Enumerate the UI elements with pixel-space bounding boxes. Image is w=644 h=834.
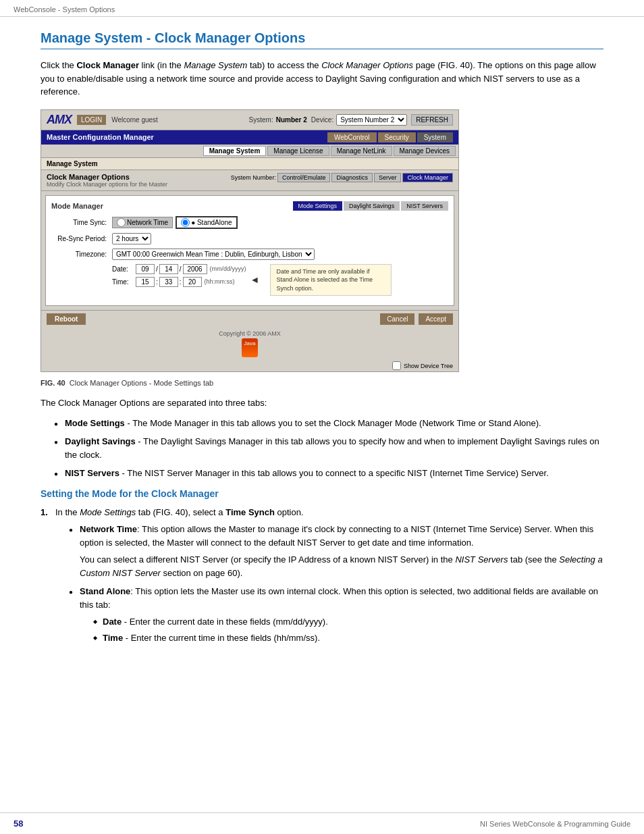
page-title: Manage System - Clock Manager Options — [41, 30, 603, 49]
time-sync-label: Time Sync: — [51, 219, 112, 226]
reboot-button[interactable]: Reboot — [47, 313, 86, 325]
date-year-input[interactable] — [183, 264, 207, 274]
ui-topbar: AMX LOGIN Welcome guest System: Number 2… — [41, 110, 458, 130]
fig-caption: FIG. 40 FIG. 40 Clock Manager Options - … — [41, 379, 603, 387]
intro-paragraph: Click the Clock Manager link (in the Man… — [41, 59, 603, 99]
time-format-hint: (hh:mm:ss) — [205, 278, 235, 285]
step-1: 1. In the Mode Settings tab (FIG. 40), s… — [41, 506, 603, 653]
copyright-row: Copyright © 2006 AMX Java — [41, 328, 458, 360]
show-device-row: Show Device Tree — [41, 360, 458, 371]
time-label: Time: — [112, 278, 136, 286]
clock-manager-tab[interactable]: Clock Manager — [402, 173, 453, 182]
time-sync-row: Time Sync: Network Time ● StandAlone — [51, 216, 448, 229]
stand-alone-bullet: Stand Alone: This option lets the Master… — [69, 585, 603, 644]
body-intro: The Clock Manager Options are separated … — [41, 396, 603, 410]
step-1-content: In the Mode Settings tab (FIG. 40), sele… — [55, 506, 603, 653]
device-label: Device: — [311, 116, 333, 124]
footer-text: NI Series WebConsole & Programming Guide — [480, 820, 630, 828]
time-mm-input[interactable] — [159, 277, 178, 287]
mode-settings-desc: Mode Settings - The Mode Manager in this… — [54, 417, 603, 430]
resync-select[interactable]: 2 hours — [112, 233, 151, 244]
manage-system-tab[interactable]: Manage System — [203, 146, 267, 156]
date-sep1: / — [155, 265, 159, 273]
system-tab[interactable]: System — [417, 132, 453, 142]
accept-button[interactable]: Accept — [419, 313, 453, 325]
timezone-row: Timezone: GMT 00:00 Greenwich Mean Time … — [51, 249, 448, 260]
ui-nav: WebControl Security System — [326, 132, 453, 142]
time-sync-options: Network Time ● StandAlone — [112, 216, 238, 229]
cancel-button[interactable]: Cancel — [380, 313, 414, 325]
date-row: Date: / / (mm/dd/yyyy) — [112, 264, 246, 274]
refresh-button[interactable]: REFRESH — [411, 114, 453, 126]
time-sub-bullet: Time - Enter the current time in these f… — [93, 631, 603, 645]
date-day-input[interactable] — [159, 264, 178, 274]
manage-netlink-tab[interactable]: Manage NetLink — [331, 146, 392, 156]
time-sep1: : — [155, 278, 159, 286]
mode-manager-section: Mode Manager Mode Settings Daylight Savi… — [45, 195, 454, 307]
date-month-input[interactable] — [136, 264, 155, 274]
login-button[interactable]: LOGIN — [77, 115, 106, 125]
diagnostics-tab[interactable]: Diagnostics — [331, 173, 373, 182]
stand-alone-sub-list: Date - Enter the current date in these f… — [93, 615, 603, 644]
date-label: Date: — [112, 265, 136, 273]
manage-tabs-row: Manage System Manage License Manage NetL… — [41, 145, 458, 158]
master-config-label: Master Configuration Manager — [47, 133, 154, 141]
system-label: System: — [249, 116, 273, 124]
ui-screenshot: AMX LOGIN Welcome guest System: Number 2… — [41, 109, 459, 373]
date-time-section: Date: / / (mm/dd/yyyy) Time: : — [112, 264, 448, 296]
mode-manager-title: Mode Manager — [51, 202, 103, 210]
step-1-bullets: Network Time: This option allows the Mas… — [69, 523, 603, 644]
date-sub-bullet: Date - Enter the current date in these f… — [93, 615, 603, 629]
resync-period-row: Re-Sync Period: 2 hours — [51, 233, 448, 244]
timezone-label: Timezone: — [51, 251, 112, 258]
clock-manager-subtitle: Modify Clock Manager options for the Mas… — [47, 181, 167, 188]
manage-system-label: Manage System — [41, 158, 458, 170]
section-heading: Setting the Mode for the Clock Manager — [41, 488, 603, 499]
mode-settings-tab[interactable]: Mode Settings — [293, 201, 343, 211]
step-1-number: 1. — [41, 506, 51, 653]
server-tab[interactable]: Server — [374, 173, 402, 182]
time-row: Time: : : (hh:mm:ss) — [112, 277, 246, 287]
time-sep2: : — [178, 278, 183, 286]
tabs-description-list: Mode Settings - The Mode Manager in this… — [54, 417, 603, 480]
daylight-savings-desc: Daylight Savings - The Daylight Savings … — [54, 435, 603, 461]
system-number-label: System Number: — [231, 174, 276, 181]
mode-setting-tabs: Mode Settings Daylight Savings NIST Serv… — [293, 201, 448, 211]
date-format-hint: (mm/dd/yyyy) — [210, 265, 246, 272]
date-time-inputs: Date: / / (mm/dd/yyyy) Time: : — [112, 264, 246, 289]
control-emulate-tab[interactable]: Control/Emulate — [277, 173, 331, 182]
clock-system-tabs: System Number: Control/Emulate Diagnosti… — [231, 173, 453, 182]
page-number: 58 — [14, 818, 23, 829]
time-hh-input[interactable] — [136, 277, 155, 287]
network-time-bullet: Network Time: This option allows the Mas… — [69, 523, 603, 579]
manage-devices-tab[interactable]: Manage Devices — [394, 146, 456, 156]
device-select[interactable]: System Number 2 — [336, 114, 407, 126]
resync-label: Re-Sync Period: — [51, 235, 112, 242]
security-tab[interactable]: Security — [378, 132, 416, 142]
clock-manager-title: Clock Manager Options — [47, 173, 167, 181]
amx-logo: AMX — [47, 113, 72, 127]
clock-manager-header: Clock Manager Options Modify Clock Manag… — [41, 170, 458, 191]
date-sep2: / — [178, 265, 183, 273]
webconsole-tab[interactable]: WebControl — [327, 132, 377, 142]
nist-servers-tab[interactable]: NIST Servers — [401, 201, 448, 211]
page-footer: 58 NI Series WebConsole & Programming Gu… — [0, 812, 644, 834]
ui-footer: Reboot Cancel Accept — [41, 310, 458, 328]
java-icon: Java — [242, 338, 258, 357]
show-device-checkbox[interactable] — [392, 361, 401, 370]
time-ss-input[interactable] — [183, 277, 202, 287]
date-time-note: Date and Time are only available if Stan… — [270, 264, 392, 296]
system-value: Number 2 — [276, 116, 307, 124]
timezone-select[interactable]: GMT 00:00 Greenwich Mean Time : Dublin, … — [112, 249, 315, 260]
breadcrumb: WebConsole - System Options — [0, 0, 644, 17]
welcome-text: Welcome guest — [111, 116, 158, 124]
network-time-option[interactable]: Network Time — [112, 217, 173, 228]
arrow-indicator: ◄ — [250, 274, 260, 285]
nist-servers-desc: NIST Servers - The NIST Server Manager i… — [54, 467, 603, 480]
show-device-label: Show Device Tree — [404, 363, 453, 369]
manage-license-tab[interactable]: Manage License — [267, 146, 329, 156]
network-time-extra: You can select a different NIST Server (… — [80, 553, 603, 579]
daylight-savings-tab[interactable]: Daylight Savings — [344, 201, 400, 211]
standalone-option[interactable]: ● StandAlone — [176, 216, 238, 229]
